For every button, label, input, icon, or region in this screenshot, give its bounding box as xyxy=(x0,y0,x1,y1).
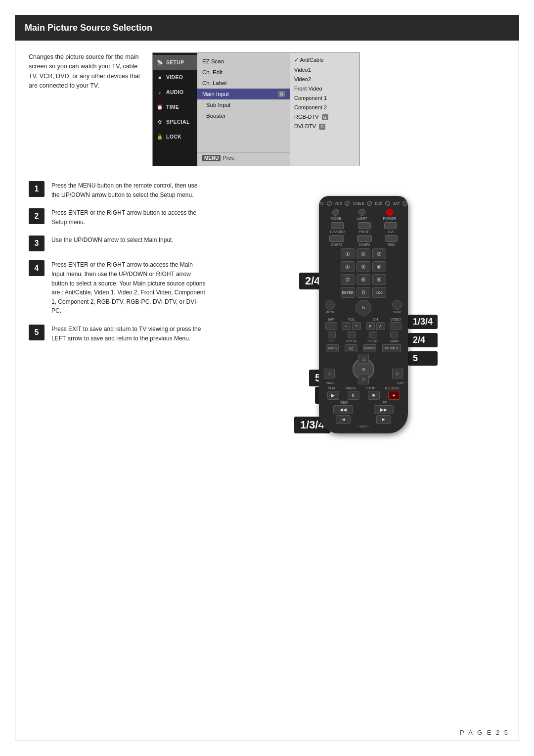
sidebar-item-special[interactable]: ✿ SPECIAL xyxy=(153,114,197,129)
ff-button[interactable]: ▶▶ xyxy=(374,405,394,414)
power-button[interactable]: POWER xyxy=(383,209,396,220)
cable-src-btn[interactable] xyxy=(367,201,372,206)
ff-label: FF xyxy=(383,401,387,404)
sap-group: SAP xyxy=(325,318,337,330)
light-button[interactable]: LIGHT xyxy=(357,209,367,220)
source-row: TV VCR CABLE DVD SAT xyxy=(319,201,408,206)
play-button[interactable]: ▶ xyxy=(327,391,339,400)
menu-item-chedit[interactable]: Ch. Edit xyxy=(197,67,290,78)
key-7[interactable]: ⑦ xyxy=(341,274,355,285)
key-5[interactable]: ⑤ xyxy=(356,261,370,272)
sidebar-item-audio[interactable]: ♪ AUDIO xyxy=(153,85,197,99)
steps-section: 1 Press the MENU button on the remote co… xyxy=(29,181,505,443)
sidebar-item-video[interactable]: ■ VIDEO xyxy=(153,70,197,85)
step-1-number: 1 xyxy=(29,181,44,197)
dpad-up[interactable]: △ xyxy=(358,354,369,364)
step-3-text: Use the UP/DOWN arrow to select Main Inp… xyxy=(51,236,174,245)
surf-button[interactable]: ↻ xyxy=(356,300,371,316)
ratio-button[interactable]: RATIO xyxy=(326,344,339,352)
right-item-dvidtv[interactable]: DVI-DTV G xyxy=(294,122,356,130)
key-6[interactable]: ⑥ xyxy=(372,261,386,272)
vol-down[interactable]: − xyxy=(342,322,351,330)
sap-button[interactable] xyxy=(325,322,337,330)
video-button[interactable] xyxy=(390,322,401,330)
right-item-frontvideo[interactable]: Front Video xyxy=(294,85,356,93)
step-4-text: Press ENTER or the RIGHT arrow to access… xyxy=(51,260,207,316)
freeze-button[interactable]: FREEZE xyxy=(363,344,376,352)
tv-menu: 📡 SETUP ■ VIDEO ♪ AUDIO ⏰ TIME ✿ SPEC xyxy=(152,52,360,166)
skip-label: —SKIP— xyxy=(323,425,404,428)
mute-button[interactable]: MUTE xyxy=(325,300,335,316)
remote-control: TV VCR CABLE DVD SAT xyxy=(319,196,408,433)
key-9[interactable]: ⑨ xyxy=(372,274,386,285)
right-item-rgbdtv[interactable]: RGB-DTV G xyxy=(294,113,356,121)
stop-button[interactable]: ■ xyxy=(368,391,380,400)
number-pad: ① ② ③ ④ ⑤ ⑥ ⑦ ⑧ ⑨ xyxy=(341,248,386,285)
key-0[interactable]: 0 xyxy=(356,287,370,298)
menu-item-maininput[interactable]: Main Input G xyxy=(197,89,290,99)
sidebar-item-setup[interactable]: 📡 SETUP xyxy=(153,55,197,70)
pip-input-button[interactable]: PIP INPUT xyxy=(382,344,401,352)
key-8[interactable]: ⑧ xyxy=(356,274,370,285)
skip-back[interactable]: |◀ xyxy=(336,415,351,424)
dvd-src-btn[interactable] xyxy=(385,201,390,206)
mode-button[interactable]: MODE xyxy=(331,209,341,220)
pipch-plus[interactable]: PIPCH+ xyxy=(367,331,379,343)
ch-down[interactable]: ∨ xyxy=(366,322,375,330)
menu-footer: MENUPrev. xyxy=(197,152,290,163)
menu-item-booster[interactable]: Booster xyxy=(197,110,290,121)
right-item-video1[interactable]: Video1 xyxy=(294,66,356,74)
dvi-button[interactable]: DVI xyxy=(384,222,397,234)
sat-src-btn[interactable] xyxy=(402,201,407,206)
dpad-down[interactable]: ▽ xyxy=(358,375,369,384)
key-2[interactable]: ② xyxy=(356,248,370,259)
step-4-row: 4 Press ENTER or the RIGHT arrow to acce… xyxy=(29,260,207,316)
menu-item-subinput[interactable]: Sub Input xyxy=(197,99,290,110)
setup-icon: 📡 xyxy=(156,58,164,66)
enter-button[interactable]: ENTER xyxy=(341,287,355,298)
sidebar-item-time[interactable]: ⏰ TIME xyxy=(153,99,197,114)
right-item-component2[interactable]: Component 2 xyxy=(294,103,356,111)
comp2-button[interactable]: COMP2 xyxy=(357,235,372,246)
right-item-video2[interactable]: Video2 xyxy=(294,75,356,83)
front-button[interactable]: FRONT xyxy=(358,222,371,234)
comp1-button[interactable]: COMP1 xyxy=(329,235,344,246)
sidebar-item-lock[interactable]: 🔒 LOCK xyxy=(153,129,197,144)
ch-up[interactable]: ∧ xyxy=(376,322,385,330)
page-number: P A G E 2 5 xyxy=(460,729,509,736)
right-item-component1[interactable]: Component 1 xyxy=(294,94,356,102)
right-callout-1-3-4: 1/3/4 xyxy=(408,315,438,329)
pip-row: PIP PIPCH- PIPCH+ SWAP xyxy=(323,331,404,343)
dpad-right[interactable]: ▷ xyxy=(392,369,403,378)
enter-row: ENTER 0 100 xyxy=(341,287,386,298)
skip-fwd[interactable]: ▶| xyxy=(376,415,391,424)
step-1-row: 1 Press the MENU button on the remote co… xyxy=(29,181,207,199)
key-4[interactable]: ④ xyxy=(341,261,355,272)
key-100[interactable]: 100 xyxy=(372,287,386,298)
swap-button[interactable]: SWAP xyxy=(390,331,399,343)
tvvideo-button[interactable]: TV/VIDEO xyxy=(330,222,345,234)
vcr-src-btn[interactable] xyxy=(345,201,350,206)
mute-row: MUTE ↻ SURF xyxy=(323,300,404,316)
right-callouts: 1/3/4 2/4 5 xyxy=(408,315,438,366)
page-header: Main Picture Source Selection xyxy=(15,15,519,41)
right-item-antcable[interactable]: Ant/Cable xyxy=(294,56,356,64)
pip-button[interactable]: PIP xyxy=(328,331,336,343)
vol-up[interactable]: + xyxy=(352,322,361,330)
key-1[interactable]: ① xyxy=(341,248,355,259)
lock-icon: 🔒 xyxy=(156,133,164,141)
skip-row: |◀ ▶| xyxy=(323,415,404,424)
key-3[interactable]: ③ xyxy=(372,248,386,259)
rew-button[interactable]: ◀◀ xyxy=(333,405,353,414)
pause-button[interactable]: ⏸ xyxy=(348,391,359,400)
menu-sidebar: 📡 SETUP ■ VIDEO ♪ AUDIO ⏰ TIME ✿ SPEC xyxy=(153,53,197,166)
menu-item-ezscan[interactable]: EZ Scan xyxy=(197,56,290,67)
cc-button[interactable]: CC xyxy=(345,344,357,352)
rgb-button[interactable]: RGB xyxy=(385,235,398,246)
record-button[interactable]: ● xyxy=(388,391,400,400)
right-callout-2-4: 2/4 xyxy=(408,333,438,347)
pipch-minus[interactable]: PIPCH- xyxy=(346,331,357,343)
menu-item-chlabel[interactable]: Ch. Label xyxy=(197,78,290,89)
dpad-left[interactable]: ◁ xyxy=(324,369,335,378)
tv-src-btn[interactable] xyxy=(327,201,332,206)
